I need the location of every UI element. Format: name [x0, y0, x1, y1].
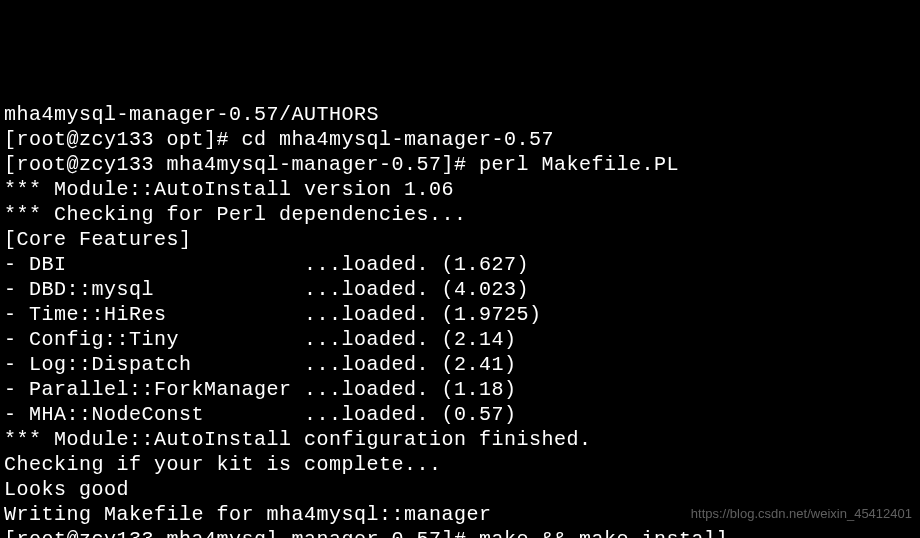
terminal-line: [root@zcy133 opt]# cd mha4mysql-manager-… [4, 127, 916, 152]
terminal-line: *** Checking for Perl dependencies... [4, 202, 916, 227]
terminal-line: Checking if your kit is complete... [4, 452, 916, 477]
terminal-output[interactable]: mha4mysql-manager-0.57/AUTHORS[root@zcy1… [4, 102, 916, 538]
terminal-line: [root@zcy133 mha4mysql-manager-0.57]# ma… [4, 527, 916, 538]
terminal-line: - Time::HiRes ...loaded. (1.9725) [4, 302, 916, 327]
terminal-line: [root@zcy133 mha4mysql-manager-0.57]# pe… [4, 152, 916, 177]
terminal-line: - Parallel::ForkManager ...loaded. (1.18… [4, 377, 916, 402]
terminal-line: - DBI ...loaded. (1.627) [4, 252, 916, 277]
terminal-line: - MHA::NodeConst ...loaded. (0.57) [4, 402, 916, 427]
watermark-text: https://blog.csdn.net/weixin_45412401 [691, 501, 912, 526]
terminal-line: Looks good [4, 477, 916, 502]
terminal-line: *** Module::AutoInstall version 1.06 [4, 177, 916, 202]
terminal-line: mha4mysql-manager-0.57/AUTHORS [4, 102, 916, 127]
terminal-line: - DBD::mysql ...loaded. (4.023) [4, 277, 916, 302]
terminal-line: *** Module::AutoInstall configuration fi… [4, 427, 916, 452]
terminal-line: [Core Features] [4, 227, 916, 252]
terminal-line: - Config::Tiny ...loaded. (2.14) [4, 327, 916, 352]
terminal-line: - Log::Dispatch ...loaded. (2.41) [4, 352, 916, 377]
